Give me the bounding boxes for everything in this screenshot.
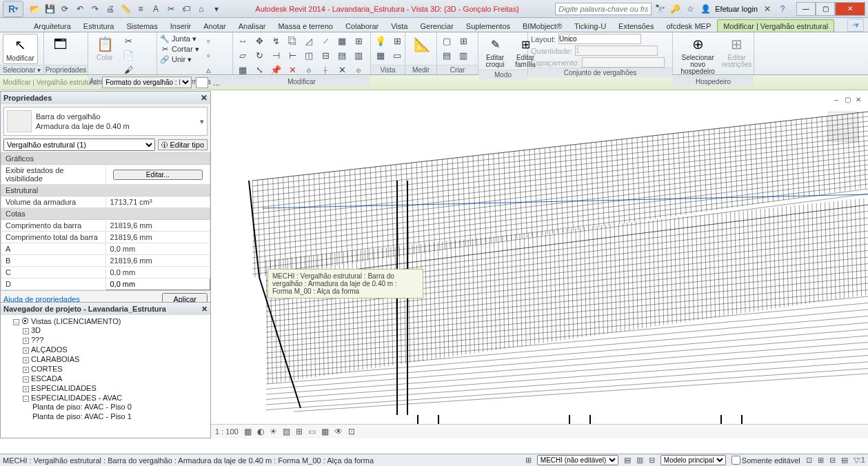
edit-type-button[interactable]: 🛈 Editar tipo <box>158 139 208 150</box>
edit-sketch-button[interactable]: ✎Editar croqui <box>481 34 509 70</box>
geom-opt3-icon[interactable]: ▵ <box>202 63 216 77</box>
detail-icon[interactable]: ▦ <box>244 427 252 436</box>
ribbon-collapse-button[interactable]: ▫▾ <box>847 19 864 32</box>
rebar-shape-select[interactable]: Formato do vergalhão : M ▾ <box>102 77 192 88</box>
sync-icon[interactable]: ⟳ <box>59 3 70 14</box>
signin-icon[interactable]: 👤 <box>700 3 711 14</box>
tag-icon[interactable]: 🏷 <box>181 3 192 14</box>
save-icon[interactable]: 💾 <box>44 3 55 14</box>
open-icon[interactable]: 📂 <box>29 3 40 14</box>
copy-icon[interactable]: 📄 <box>121 48 135 62</box>
visib-edit-button[interactable]: Editar... <box>113 170 203 180</box>
trim-icon[interactable]: ⊣ <box>269 48 283 62</box>
instance-filter[interactable]: Vergalhão estrutural (1) <box>3 139 155 151</box>
s1-icon[interactable]: ▤ <box>624 456 631 465</box>
sel2-icon[interactable]: ⊞ <box>818 456 824 465</box>
geom-opt2-icon[interactable]: ▫ <box>202 48 216 62</box>
palette-close-icon[interactable]: ✕ <box>201 93 208 103</box>
minimize-button[interactable]: — <box>796 2 816 16</box>
s2-icon[interactable]: ▥ <box>636 456 643 465</box>
close-button[interactable]: ✕ <box>835 2 865 16</box>
key-icon[interactable]: 🔑 <box>669 3 680 14</box>
reveal-icon[interactable]: ⊡ <box>348 427 355 436</box>
cortar-button[interactable]: ✂Cortar ▾ <box>160 44 199 54</box>
pin-icon[interactable]: 📌 <box>269 63 283 77</box>
row-c-val[interactable]: 0,0 mm <box>105 267 210 278</box>
criar2-icon[interactable]: ▤ <box>440 48 454 62</box>
criar4-icon[interactable]: ▥ <box>456 48 470 62</box>
tab-extensoes[interactable]: Extensões <box>612 19 660 32</box>
extend-icon[interactable]: ⟋ <box>319 34 332 48</box>
tab-arquitetura[interactable]: Arquitetura <box>28 19 77 32</box>
offset-icon[interactable]: ↯ <box>269 34 283 48</box>
grid-icon[interactable]: ▦ <box>335 34 349 48</box>
split-icon[interactable]: ⊢ <box>285 48 299 62</box>
mirror-icon[interactable]: ▱ <box>236 48 250 62</box>
editable-only-check[interactable]: Somente editável <box>731 456 800 465</box>
tab-sistemas[interactable]: Sistemas <box>120 19 163 32</box>
tab-anotar[interactable]: Anotar <box>197 19 232 32</box>
select-host-button[interactable]: ⊕Selecionar novo hospedeiro <box>676 34 720 77</box>
sel1-icon[interactable]: ⊡ <box>806 456 812 465</box>
m6-icon[interactable]: ⟊ <box>319 63 332 77</box>
vista4-icon[interactable]: ▭ <box>390 48 404 62</box>
tab-inserir[interactable]: Inserir <box>164 19 198 32</box>
scale-label[interactable]: 1 : 100 <box>215 427 239 436</box>
render-icon[interactable]: ⊞ <box>296 427 303 436</box>
row-a-val[interactable]: 0,0 mm <box>105 243 210 255</box>
m3-icon[interactable]: ▤ <box>335 48 349 62</box>
measure-icon[interactable]: 📏 <box>120 3 131 14</box>
3d-view-canvas[interactable] <box>211 91 868 438</box>
delete-icon[interactable]: ✕ <box>285 63 299 77</box>
move-icon[interactable]: ✥ <box>252 34 266 48</box>
tab-analisar[interactable]: Analisar <box>232 19 272 32</box>
row-d-val[interactable] <box>105 278 210 290</box>
junta-button[interactable]: 🔧Junta ▾ <box>160 34 199 43</box>
print-icon[interactable]: 🖨 <box>105 3 116 14</box>
cut-icon[interactable]: ✂ <box>121 34 135 48</box>
browser-tree[interactable]: –⦿ Vistas (LICENCIAMENTO) +3D +??? +ALÇA… <box>1 315 210 425</box>
modify-button[interactable]: ↖Modificar <box>3 34 38 64</box>
options-more[interactable]: … <box>212 79 220 87</box>
copy-geo-icon[interactable]: ⿻ <box>285 34 299 48</box>
text-icon[interactable]: A <box>150 3 161 14</box>
criar3-icon[interactable]: ⊞ <box>456 34 470 48</box>
rotate-icon[interactable]: ↻ <box>252 48 266 62</box>
redo-icon[interactable]: ↷ <box>90 3 101 14</box>
tab-estrutura[interactable]: Estrutura <box>77 19 121 32</box>
align-icon[interactable]: ↔ <box>236 34 250 48</box>
workset-select[interactable]: MECHI (não editável) <box>537 455 618 465</box>
view-area[interactable]: – ▢ ✕ MECHI : Vergalhão estrutural : Bar… <box>211 91 868 438</box>
cat-cotas[interactable]: Cotas <box>1 208 210 220</box>
type-selector[interactable]: Barra do vergalhãoArmadura da laje de 0.… <box>3 107 208 136</box>
tab-massa[interactable]: Massa e terreno <box>272 19 339 32</box>
tab-ofcdesk[interactable]: ofcdesk MEP <box>660 19 717 32</box>
crop-icon[interactable]: ▭ <box>308 427 316 436</box>
sel3-icon[interactable]: ⊟ <box>829 456 836 465</box>
browser-close-icon[interactable]: ✕ <box>201 305 208 314</box>
hide-icon[interactable]: 👁 <box>334 427 343 436</box>
paste-button[interactable]: 📋Colar <box>91 34 119 63</box>
vista3-icon[interactable]: ⊞ <box>390 34 404 48</box>
binoculars-icon[interactable]: 🔭 <box>654 3 665 14</box>
measure-button[interactable]: 📐 <box>408 34 436 54</box>
tab-ticking[interactable]: Ticking-U <box>568 19 612 32</box>
tab-colaborar[interactable]: Colaborar <box>339 19 385 32</box>
sel4-icon[interactable]: ▤ <box>841 456 848 465</box>
vista1-icon[interactable]: 💡 <box>374 34 387 48</box>
tab-modificar-contextual[interactable]: Modificar | Vergalhão estrutural <box>717 19 834 32</box>
crop2-icon[interactable]: ▦ <box>321 427 329 436</box>
vista2-icon[interactable]: ▦ <box>374 48 387 62</box>
shadow-icon[interactable]: ▧ <box>283 427 290 436</box>
properties-button[interactable]: 🗔 <box>47 34 74 63</box>
workset-icon[interactable]: ⊞ <box>525 456 532 465</box>
cat-graficos[interactable]: Gráficos <box>1 153 210 165</box>
align-icon[interactable]: ≡ <box>135 3 146 14</box>
signin-label[interactable]: Efetuar login <box>715 5 758 13</box>
default3d-icon[interactable]: ⌂ <box>196 3 207 14</box>
m1-icon[interactable]: ◫ <box>302 48 316 62</box>
style-icon[interactable]: ◐ <box>257 427 264 436</box>
maximize-button[interactable]: ▢ <box>816 2 835 16</box>
m4-icon[interactable]: ▥ <box>352 48 365 62</box>
options-box[interactable] <box>196 77 208 88</box>
